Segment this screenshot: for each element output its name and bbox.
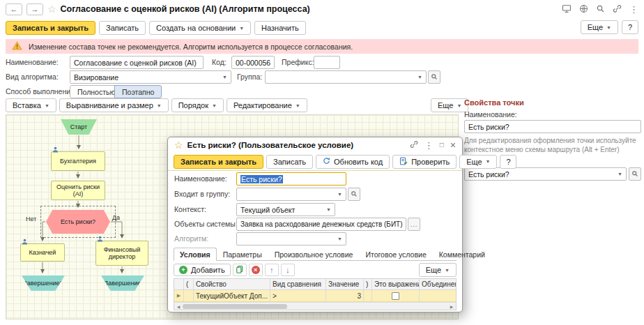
monitor-icon[interactable] [562, 4, 572, 15]
scroll-left-icon[interactable]: ◀ [174, 304, 183, 309]
dialog-save-button[interactable]: Записать [266, 155, 313, 169]
table-toolbar: + Добавить × ↑ ↓ Еще▼ [174, 263, 457, 277]
dialog-objects-label: Объекты системы: [174, 220, 238, 228]
help-button[interactable]: ? [622, 20, 638, 34]
maximize-icon[interactable]: □ [440, 142, 444, 149]
is-expression-checkbox[interactable] [392, 292, 399, 300]
forward-button[interactable]: → [26, 3, 43, 15]
cell-property[interactable]: ТекущийОбъект Доп... [194, 290, 270, 301]
table-row[interactable]: ▶ ТекущийОбъект Доп... > 3 [174, 290, 456, 302]
person-icon [52, 146, 59, 154]
tab-comment[interactable]: Комментарий [433, 248, 491, 261]
tab-parameters[interactable]: Параметры [217, 248, 268, 261]
person-icon [97, 236, 103, 243]
back-button[interactable]: ← [6, 3, 22, 15]
name-input[interactable]: Согласование с оценкой рисков (AI) [70, 56, 204, 69]
create-based-button[interactable]: Создать на основании▼ [149, 21, 251, 35]
group-open-button[interactable] [428, 70, 440, 84]
cell-close-bracket[interactable] [364, 290, 372, 301]
refresh-code-button[interactable]: Обновить код [316, 155, 390, 169]
main-toolbar: Записать и закрыть Записать Создать на о… [0, 19, 644, 37]
dialog-context-combobox[interactable]: Текущий объект▼ [236, 203, 335, 216]
tab-custom-condition[interactable]: Произвольное условие [268, 248, 360, 261]
flow-more-button[interactable]: Еще▼ [431, 98, 468, 112]
scroll-right-icon[interactable]: ▶ [447, 304, 456, 309]
link-icon[interactable] [613, 4, 622, 15]
delete-row-button[interactable]: × [249, 264, 263, 276]
scrollbar-thumb[interactable] [183, 304, 287, 309]
dialog-tabs: Условия Параметры Произвольное условие И… [174, 246, 457, 261]
globe-icon[interactable] [579, 4, 588, 15]
flow-node-fin-director[interactable]: Финансовый директор [95, 241, 148, 266]
favorites-star-icon[interactable]: ☆ [47, 3, 56, 15]
panel-title: Свойства точки [464, 98, 641, 107]
flow-node-decision[interactable]: Есть риски? [46, 210, 110, 234]
dialog-group-combobox[interactable]: ▼ [236, 188, 346, 201]
group-combobox[interactable]: ▼ [265, 70, 427, 84]
move-down-button[interactable]: ↓ [281, 264, 295, 276]
kebab-menu-icon[interactable]: ⋮ [424, 141, 434, 150]
save-button[interactable]: Записать [99, 21, 146, 35]
method-label: Способ выполнения: [6, 87, 77, 96]
dialog-objects-ellipsis-button[interactable]: ... [408, 218, 420, 231]
dialog-context-label: Контекст: [174, 205, 206, 213]
more-button[interactable]: Еще▼ [581, 20, 618, 34]
flow-node-accounting[interactable]: Бухгалтерия [51, 151, 105, 171]
horizontal-scrollbar[interactable]: ◀ ▶ [174, 302, 456, 310]
method-option-staged[interactable]: Поэтапно [114, 85, 162, 98]
link-icon[interactable] [410, 140, 418, 150]
assign-button[interactable]: Назначить [254, 21, 306, 35]
cell-value[interactable]: 3 [326, 290, 364, 301]
point-name-input[interactable]: Есть риски? [464, 120, 641, 133]
dialog-save-close-button[interactable]: Записать и закрыть [174, 155, 263, 169]
tab-final-condition[interactable]: Итоговое условие [359, 248, 432, 261]
dialog-objects-input[interactable]: Заявка на расходование денежных средств … [236, 218, 406, 231]
flow-node-treasurer[interactable]: Казначей [20, 243, 65, 262]
cell-comparison[interactable]: > [270, 290, 326, 301]
code-input[interactable]: 00-000056 [231, 56, 275, 69]
name-label: Наименование: [6, 58, 59, 66]
titlebar-icons: ⋮ [562, 4, 638, 15]
cell-open-bracket[interactable] [184, 290, 194, 301]
header-property[interactable]: Свойство [194, 279, 270, 289]
dialog-more-button[interactable]: Еще▼ [459, 155, 497, 169]
insert-button[interactable]: Вставка▼ [6, 98, 56, 112]
header-close-bracket[interactable]: ) [364, 279, 372, 289]
tab-conditions[interactable]: Условия [174, 248, 217, 261]
kebab-menu-icon[interactable]: ⋮ [629, 5, 638, 14]
person-icon [22, 239, 28, 246]
dialog-toolbar: Записать и закрыть Записать Обновить код… [168, 153, 462, 171]
edit-button[interactable]: Редактирование▼ [227, 98, 307, 112]
order-button[interactable]: Порядок▼ [171, 98, 224, 112]
check-button[interactable]: Проверить [392, 155, 457, 169]
save-close-button[interactable]: Записать и закрыть [6, 21, 95, 35]
align-size-button[interactable]: Выравнивание и размер▼ [59, 98, 169, 112]
header-union[interactable]: Объединение с [420, 279, 457, 289]
header-value[interactable]: Значение [326, 279, 364, 289]
condition-open-button[interactable] [629, 167, 641, 181]
forward-icon: → [31, 5, 39, 13]
add-row-button[interactable]: + Добавить [174, 264, 231, 276]
search-icon[interactable] [596, 4, 605, 15]
move-up-button[interactable]: ↑ [265, 264, 279, 276]
dialog-group-open-button[interactable] [348, 188, 360, 201]
chevron-down-icon: ▼ [326, 207, 331, 212]
close-icon[interactable]: × [450, 140, 456, 150]
flow-node-assess-risks[interactable]: Оценить риски (AI) [51, 181, 105, 200]
copy-row-button[interactable] [233, 264, 247, 276]
table-more-button[interactable]: Еще▼ [419, 263, 457, 277]
header-comparison[interactable]: Вид сравнения [270, 279, 326, 289]
header-is-expression[interactable]: Это выражение [372, 279, 420, 289]
dialog-star-icon[interactable]: ☆ [174, 139, 183, 151]
prefix-input[interactable] [314, 56, 340, 69]
dialog-algorithm-combobox[interactable]: ▼ [236, 232, 346, 245]
dialog-help-button[interactable]: ? [500, 155, 516, 169]
cell-union[interactable] [420, 290, 457, 301]
cell-is-expression [372, 290, 420, 301]
header-open-bracket[interactable]: ( [184, 279, 194, 289]
condition-combobox[interactable]: Есть риски?▼ [464, 167, 627, 181]
dialog-name-input[interactable]: Есть риски? [236, 172, 346, 186]
chevron-down-icon: ▼ [157, 103, 162, 108]
kind-combobox[interactable]: Визирование▼ [70, 70, 231, 84]
form-row-method: Способ выполнения: Полностью Поэтапно [6, 85, 462, 99]
